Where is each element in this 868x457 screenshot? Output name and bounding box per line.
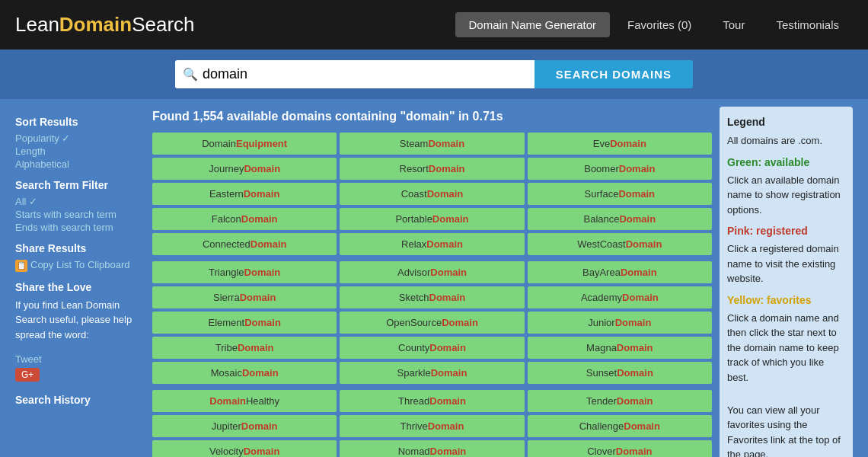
search-input-wrapper: 🔍 xyxy=(175,60,535,88)
nav-generator[interactable]: Domain Name Generator xyxy=(455,12,611,37)
legend-yellow-extra: You can view all your favorites using th… xyxy=(727,403,845,458)
legend-green-desc: Click an available domain name to show r… xyxy=(727,173,845,218)
legend-yellow-desc: Click a domain name and then click the s… xyxy=(727,311,845,385)
legend-pink-desc: Click a registered domain name to visit … xyxy=(727,241,845,286)
domain-row-0: DomainEquipmentSteamDomainEveDomain xyxy=(152,133,712,155)
domain-row-7: ElementDomainOpenSourceDomainJuniorDomai… xyxy=(152,312,712,334)
filter-starts-link[interactable]: Starts with search term xyxy=(15,209,145,220)
domain-cell[interactable]: ThriveDomain xyxy=(340,415,524,437)
domain-cell[interactable]: DomainEquipment xyxy=(152,133,337,155)
clipboard-icon: 📋 xyxy=(15,260,27,272)
search-input[interactable] xyxy=(203,60,527,88)
domain-cell[interactable]: JupiterDomain xyxy=(152,415,337,437)
filter-title: Search Term Filter xyxy=(15,179,145,191)
domain-cell[interactable]: WestCoastDomain xyxy=(528,233,712,255)
sort-results-title: Sort Results xyxy=(15,116,145,128)
domain-cell[interactable]: SparkleDomain xyxy=(340,362,524,384)
domain-row-3: FalconDomainPortableDomainBalanceDomain xyxy=(152,208,712,230)
legend-title: Legend xyxy=(727,114,845,130)
domain-cell[interactable]: FalconDomain xyxy=(152,208,337,230)
gplus-button[interactable]: G+ xyxy=(15,368,40,382)
domain-cell[interactable]: ResortDomain xyxy=(340,158,524,180)
domain-row-5: TriangleDomainAdvisorDomainBayAreaDomain xyxy=(152,261,712,283)
domain-cell[interactable]: BayAreaDomain xyxy=(528,261,712,283)
logo-search: Search xyxy=(132,13,194,36)
domain-row-6: SierraDomainSketchDomainAcademyDomain xyxy=(152,286,712,308)
domain-grid-container: DomainEquipmentSteamDomainEveDomainJourn… xyxy=(152,133,712,457)
filter-ends-link[interactable]: Ends with search term xyxy=(15,222,145,233)
legend: Legend All domains are .com. Green: avai… xyxy=(720,107,853,457)
logo-domain: Domain xyxy=(59,13,132,36)
share-love-text: If you find Lean Domain Search useful, p… xyxy=(15,298,145,343)
domain-row-8: TribeDomainCountyDomainMagnaDomain xyxy=(152,337,712,359)
domain-cell[interactable]: VelocityDomain xyxy=(152,440,337,457)
domain-cell[interactable]: DomainHealthy xyxy=(152,390,337,412)
search-icon: 🔍 xyxy=(183,67,198,81)
domain-cell[interactable]: SteamDomain xyxy=(340,133,524,155)
domain-row-2: EasternDomainCoastDomainSurfaceDomain xyxy=(152,183,712,205)
share-love-title: Share the Love xyxy=(15,281,145,293)
domain-cell[interactable]: ChallengeDomain xyxy=(528,415,712,437)
domain-row-4: ConnectedDomainRelaxDomainWestCoastDomai… xyxy=(152,233,712,255)
nav-favorites[interactable]: Favorites (0) xyxy=(614,12,705,37)
logo-lean: Lean xyxy=(15,13,59,36)
copy-list-button[interactable]: Copy List To Clipboard xyxy=(30,259,130,270)
domain-cell[interactable]: AdvisorDomain xyxy=(340,261,524,283)
domain-row-12: VelocityDomainNomadDomainCloverDomain xyxy=(152,440,712,457)
domain-row-1: JourneyDomainResortDomainBoomerDomain xyxy=(152,158,712,180)
header: LeanDomainSearch Domain Name Generator F… xyxy=(0,0,868,50)
domain-cell[interactable]: ThreadDomain xyxy=(340,390,524,412)
logo: LeanDomainSearch xyxy=(15,13,455,37)
domain-cell[interactable]: MagnaDomain xyxy=(528,337,712,359)
sidebar: Sort Results Popularity ✓ Length Alphabe… xyxy=(15,107,145,457)
domain-cell[interactable]: SierraDomain xyxy=(152,286,337,308)
domain-cell[interactable]: PortableDomain xyxy=(340,208,524,230)
tweet-link[interactable]: Tweet xyxy=(15,353,145,365)
results-area: Found 1,554 available domains containing… xyxy=(152,107,712,457)
legend-all-com: All domains are .com. xyxy=(727,133,845,149)
search-history-title: Search History xyxy=(15,394,145,406)
domain-cell[interactable]: OpenSourceDomain xyxy=(340,312,524,334)
domain-cell[interactable]: TriangleDomain xyxy=(152,261,337,283)
domain-cell[interactable]: JourneyDomain xyxy=(152,158,337,180)
domain-cell[interactable]: CloverDomain xyxy=(528,440,712,457)
domain-cell[interactable]: SurfaceDomain xyxy=(528,183,712,205)
domain-cell[interactable]: AcademyDomain xyxy=(528,286,712,308)
domain-cell[interactable]: EveDomain xyxy=(528,133,712,155)
domain-cell[interactable]: RelaxDomain xyxy=(340,233,524,255)
results-summary: Found 1,554 available domains containing… xyxy=(152,107,712,126)
legend-green-label: Green: available xyxy=(727,155,845,171)
domain-row-9: MosaicDomainSparkleDomainSunsetDomain xyxy=(152,362,712,384)
domain-cell[interactable]: BoomerDomain xyxy=(528,158,712,180)
domain-cell[interactable]: MosaicDomain xyxy=(152,362,337,384)
copy-list-wrapper: 📋Copy List To Clipboard xyxy=(15,259,145,272)
legend-yellow-label: Yellow: favorites xyxy=(727,292,845,308)
domain-row-10: DomainHealthyThreadDomainTenderDomain xyxy=(152,390,712,412)
domain-cell[interactable]: TribeDomain xyxy=(152,337,337,359)
domain-cell[interactable]: EasternDomain xyxy=(152,183,337,205)
sort-popularity-link[interactable]: Popularity ✓ xyxy=(15,133,145,144)
main-content: Sort Results Popularity ✓ Length Alphabe… xyxy=(0,99,868,457)
domain-cell[interactable]: JuniorDomain xyxy=(528,312,712,334)
domain-cell[interactable]: ConnectedDomain xyxy=(152,233,337,255)
search-wrapper: 🔍 SEARCH DOMAINS xyxy=(175,60,693,88)
nav-tour[interactable]: Tour xyxy=(709,12,758,37)
search-bar: 🔍 SEARCH DOMAINS xyxy=(0,50,868,99)
domain-cell[interactable]: BalanceDomain xyxy=(528,208,712,230)
domain-cell[interactable]: CoastDomain xyxy=(340,183,524,205)
domain-cell[interactable]: SketchDomain xyxy=(340,286,524,308)
domain-cell[interactable]: ElementDomain xyxy=(152,312,337,334)
legend-pink-label: Pink: registered xyxy=(727,223,845,239)
domain-cell[interactable]: SunsetDomain xyxy=(528,362,712,384)
nav-testimonials[interactable]: Testimonials xyxy=(762,12,853,37)
share-results-title: Share Results xyxy=(15,242,145,254)
sort-length-link[interactable]: Length xyxy=(15,145,145,157)
domain-cell[interactable]: NomadDomain xyxy=(340,440,524,457)
sort-alpha-link[interactable]: Alphabetical xyxy=(15,158,145,170)
filter-all-link[interactable]: All ✓ xyxy=(15,196,145,207)
domain-cell[interactable]: TenderDomain xyxy=(528,390,712,412)
search-button[interactable]: SEARCH DOMAINS xyxy=(535,60,693,88)
domain-cell[interactable]: CountyDomain xyxy=(340,337,524,359)
main-nav: Domain Name Generator Favorites (0) Tour… xyxy=(455,12,853,37)
domain-row-11: JupiterDomainThriveDomainChallengeDomain xyxy=(152,415,712,437)
